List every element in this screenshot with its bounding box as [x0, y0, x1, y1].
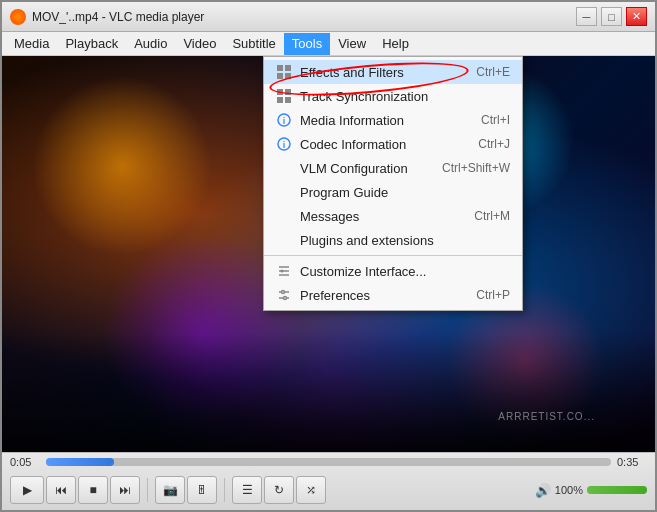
next-button[interactable]: ⏭: [110, 476, 140, 504]
close-button[interactable]: ✕: [626, 7, 647, 26]
vlm-shortcut: Ctrl+Shift+W: [442, 161, 510, 175]
progress-bar[interactable]: [46, 458, 611, 466]
svg-point-22: [284, 297, 287, 300]
svg-text:i: i: [283, 116, 286, 126]
menu-subtitle[interactable]: Subtitle: [224, 33, 283, 55]
separator-1: [147, 478, 148, 502]
menu-playback[interactable]: Playback: [57, 33, 126, 55]
volume-label: 100%: [555, 484, 583, 496]
effects-shortcut: Ctrl+E: [476, 65, 510, 79]
crowd-silhouette: [2, 332, 655, 452]
stage-light-1: [32, 76, 212, 256]
menu-program-guide[interactable]: Program Guide: [264, 180, 522, 204]
effects-icon: [276, 64, 292, 80]
svg-rect-7: [285, 97, 291, 103]
codec-icon: i: [276, 136, 292, 152]
menu-codec-info[interactable]: i Codec Information Ctrl+J: [264, 132, 522, 156]
window-controls: ─ □ ✕: [576, 7, 647, 26]
menu-preferences[interactable]: Preferences Ctrl+P: [264, 283, 522, 307]
svg-rect-0: [277, 65, 283, 71]
volume-fill: [587, 486, 647, 494]
app-icon: [10, 9, 26, 25]
menu-effects-filters[interactable]: Effects and Filters Ctrl+E: [264, 60, 522, 84]
menu-customize[interactable]: Customize Interface...: [264, 259, 522, 283]
vlm-icon: [276, 160, 292, 176]
play-button[interactable]: ▶: [10, 476, 44, 504]
program-guide-label: Program Guide: [300, 185, 482, 200]
menu-vlm-config[interactable]: VLM Configuration Ctrl+Shift+W: [264, 156, 522, 180]
maximize-button[interactable]: □: [601, 7, 622, 26]
media-info-icon: i: [276, 112, 292, 128]
menu-messages[interactable]: Messages Ctrl+M: [264, 204, 522, 228]
progress-row: 0:05 0:35: [2, 453, 655, 471]
messages-label: Messages: [300, 209, 446, 224]
video-area: ARRRETIST.CO... Effects and Filters Ctrl…: [2, 56, 655, 452]
menu-track-sync[interactable]: Track Synchronization: [264, 84, 522, 108]
messages-shortcut: Ctrl+M: [474, 209, 510, 223]
menu-separator: [264, 255, 522, 256]
svg-rect-6: [277, 97, 283, 103]
menu-audio[interactable]: Audio: [126, 33, 175, 55]
plugins-label: Plugins and extensions: [300, 233, 482, 248]
plugins-icon: [276, 232, 292, 248]
stop-button[interactable]: ■: [78, 476, 108, 504]
tools-dropdown: Effects and Filters Ctrl+E Track Synchro…: [263, 56, 523, 311]
volume-icon: 🔊: [535, 483, 551, 498]
controls-row: ▶ ⏮ ■ ⏭ 📷 🎚 ☰ ↻ ⤮ 🔊 100%: [2, 471, 655, 509]
messages-icon: [276, 208, 292, 224]
equalizer-button[interactable]: 🎚: [187, 476, 217, 504]
volume-section: 🔊 100%: [535, 483, 647, 498]
separator-2: [224, 478, 225, 502]
svg-rect-4: [277, 89, 283, 95]
menu-media-info[interactable]: i Media Information Ctrl+I: [264, 108, 522, 132]
customize-icon: [276, 263, 292, 279]
svg-point-19: [282, 291, 285, 294]
svg-rect-1: [285, 65, 291, 71]
svg-rect-3: [285, 73, 291, 79]
svg-point-14: [281, 270, 284, 273]
program-guide-icon: [276, 184, 292, 200]
controls-bar: 0:05 0:35 ▶ ⏮ ■ ⏭ 📷 🎚 ☰ ↻ ⤮: [2, 452, 655, 510]
time-current: 0:05: [10, 456, 40, 468]
media-info-label: Media Information: [300, 113, 453, 128]
minimize-button[interactable]: ─: [576, 7, 597, 26]
track-sync-label: Track Synchronization: [300, 89, 482, 104]
preferences-label: Preferences: [300, 288, 448, 303]
menu-video[interactable]: Video: [175, 33, 224, 55]
media-controls: 📷 🎚: [155, 476, 217, 504]
menu-plugins[interactable]: Plugins and extensions: [264, 228, 522, 252]
video-watermark: ARRRETIST.CO...: [498, 411, 595, 422]
snapshot-button[interactable]: 📷: [155, 476, 185, 504]
menu-media[interactable]: Media: [6, 33, 57, 55]
playback-controls: ▶ ⏮ ■ ⏭: [10, 476, 140, 504]
vlc-window: MOV_'..mp4 - VLC media player ─ □ ✕ Medi…: [0, 0, 657, 512]
menu-tools[interactable]: Tools: [284, 33, 330, 55]
window-title: MOV_'..mp4 - VLC media player: [32, 10, 576, 24]
playlist-button[interactable]: ☰: [232, 476, 262, 504]
svg-rect-5: [285, 89, 291, 95]
media-info-shortcut: Ctrl+I: [481, 113, 510, 127]
progress-fill: [46, 458, 114, 466]
menu-help[interactable]: Help: [374, 33, 417, 55]
random-button[interactable]: ⤮: [296, 476, 326, 504]
track-sync-icon: [276, 88, 292, 104]
titlebar: MOV_'..mp4 - VLC media player ─ □ ✕: [2, 2, 655, 32]
volume-bar[interactable]: [587, 486, 647, 494]
loop-button[interactable]: ↻: [264, 476, 294, 504]
extra-controls: ☰ ↻ ⤮: [232, 476, 326, 504]
codec-info-label: Codec Information: [300, 137, 450, 152]
svg-text:i: i: [283, 140, 286, 150]
time-total: 0:35: [617, 456, 647, 468]
svg-rect-2: [277, 73, 283, 79]
menu-view[interactable]: View: [330, 33, 374, 55]
customize-label: Customize Interface...: [300, 264, 482, 279]
menubar: Media Playback Audio Video Subtitle Tool…: [2, 32, 655, 56]
effects-label: Effects and Filters: [300, 65, 448, 80]
codec-info-shortcut: Ctrl+J: [478, 137, 510, 151]
preferences-icon: [276, 287, 292, 303]
preferences-shortcut: Ctrl+P: [476, 288, 510, 302]
vlm-label: VLM Configuration: [300, 161, 414, 176]
prev-button[interactable]: ⏮: [46, 476, 76, 504]
